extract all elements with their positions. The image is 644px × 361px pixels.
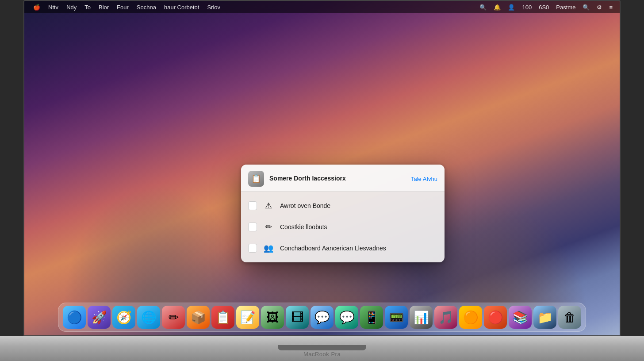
menubar-app-6[interactable]: Sochna (133, 3, 160, 12)
mosaic-icon: 🔴 (488, 310, 503, 325)
clipboard-icon: 📋 (215, 310, 231, 325)
files-icon: 📁 (537, 310, 553, 325)
dock-item-messages2[interactable]: 📟 (385, 306, 408, 329)
orange-icon: 🟠 (463, 310, 479, 325)
dock-item-navi[interactable]: 💬 (310, 306, 334, 329)
settings-icon[interactable]: ⚙ (595, 3, 604, 12)
popup-item-text-1: Awrot oven Bonde (280, 202, 330, 209)
popup-checkbox-3[interactable] (248, 244, 257, 253)
dock: 🔵 🚀 🧭 🌐 ✏ 📦 📋 📝 � (58, 303, 586, 332)
messages-icon: 💬 (339, 310, 355, 325)
popup-item-1[interactable]: ⚠ Awrot oven Bonde (241, 195, 445, 216)
dock-item-photos[interactable]: 🖼 (261, 306, 284, 329)
notification-icon[interactable]: 🔔 (492, 3, 502, 12)
dock-item-safari[interactable]: 🧭 (112, 306, 135, 329)
notes-icon: 📝 (240, 310, 256, 325)
menubar-app-7[interactable]: haur Corbetot (161, 3, 203, 12)
dock-item-music[interactable]: 🎵 (434, 306, 457, 329)
dock-item-keka[interactable]: 📦 (187, 306, 210, 329)
popup-header: 📋 Somere Dorth Iaccessiorx Tale Afvhu (241, 165, 445, 192)
dock-item-mosaic[interactable]: 🔴 (484, 306, 507, 329)
dock-item-present[interactable]: 📊 (410, 306, 433, 329)
menubar-app-5[interactable]: Four (113, 3, 132, 12)
popup-items-list: ⚠ Awrot oven Bonde ✏ Coostkie lloobuts 👥… (241, 192, 445, 262)
dock-item-messages[interactable]: 💬 (335, 306, 358, 329)
popup-action-button[interactable]: Tale Afvhu (411, 176, 437, 182)
spotlight-icon[interactable]: 🔍 (581, 3, 591, 12)
popup-title-group: Somere Dorth Iaccessiorx (269, 175, 346, 183)
screen-area: 🍎 Nttv Ndy To Blor Four Sochna haur Corb… (23, 0, 621, 336)
battery-indicator: 100 (520, 3, 533, 12)
popup-item-3[interactable]: 👥 Conchadboard Aancerican Llesvadnes (241, 238, 445, 259)
popup-app-icon: 📋 (248, 171, 264, 187)
apple-menu[interactable]: 🍎 (30, 3, 44, 12)
dock-item-clipboard[interactable]: 📋 (211, 306, 234, 329)
dock-item-orange[interactable]: 🟠 (459, 306, 482, 329)
photos-icon: 🖼 (266, 310, 279, 325)
safari-icon: 🧭 (116, 310, 132, 325)
gallery-icon: 🎞 (291, 310, 303, 325)
user-icon[interactable]: 👤 (506, 3, 517, 12)
facetime-icon: 📱 (364, 310, 380, 325)
paste-menu[interactable]: Pastme (554, 3, 577, 12)
menubar-app-8[interactable]: Srlov (203, 3, 224, 12)
dock-item-browser[interactable]: 🌐 (137, 306, 160, 329)
macbook-notch (278, 345, 366, 350)
trash-icon: 🗑 (564, 310, 576, 325)
popup-item-text-3: Conchadboard Aancerican Llesvadnes (280, 245, 386, 252)
menubar-app-3[interactable]: To (81, 3, 94, 12)
pencil-icon: ✏ (169, 310, 179, 325)
messages2-icon: 📟 (389, 310, 404, 325)
popup-checkbox-1[interactable] (248, 201, 257, 210)
search-icon[interactable]: 🔍 (478, 3, 488, 12)
warning-icon: ⚠ (262, 200, 275, 212)
popup-item-2[interactable]: ✏ Coostkie lloobuts (241, 216, 445, 238)
hamburger-icon[interactable]: ≡ (607, 3, 614, 12)
navi-icon: 💬 (314, 310, 330, 325)
browser-icon: 🌐 (141, 310, 157, 325)
macbook-base: MacRook Pra (0, 336, 644, 361)
popup-item-text-2: Coostkie lloobuts (280, 223, 327, 230)
music-icon: 🎵 (438, 310, 454, 325)
launchpad-icon: 🚀 (92, 310, 107, 325)
popup-title: Somere Dorth Iaccessiorx (269, 175, 346, 182)
edit-icon: ✏ (262, 221, 275, 233)
menubar-app-4[interactable]: Blor (95, 3, 112, 12)
present-icon: 📊 (414, 310, 429, 325)
finder-icon: 🔵 (67, 310, 82, 325)
dock-item-finder[interactable]: 🔵 (63, 306, 86, 329)
menubar-app-2[interactable]: Ndy (63, 3, 80, 12)
macbook-frame: 🍎 Nttv Ndy To Blor Four Sochna haur Corb… (0, 0, 644, 361)
catalog-icon: 📚 (513, 310, 528, 325)
dock-item-gallery[interactable]: 🎞 (286, 306, 309, 329)
popup-panel: 📋 Somere Dorth Iaccessiorx Tale Afvhu ⚠ … (241, 165, 445, 262)
time-display: 6S0 (537, 3, 551, 12)
dock-item-pencil[interactable]: ✏ (162, 306, 185, 329)
dock-item-rocket[interactable]: 🚀 (88, 306, 111, 329)
dock-item-catalog[interactable]: 📚 (509, 306, 532, 329)
menubar: 🍎 Nttv Ndy To Blor Four Sochna haur Corb… (24, 1, 620, 13)
menubar-left: 🍎 Nttv Ndy To Blor Four Sochna haur Corb… (30, 3, 224, 12)
dock-item-notes[interactable]: 📝 (236, 306, 259, 329)
dock-item-facetime[interactable]: 📱 (360, 306, 383, 329)
dock-item-trash[interactable]: 🗑 (558, 306, 581, 329)
macbook-model-label: MacRook Pra (303, 351, 341, 357)
keka-icon: 📦 (191, 310, 206, 325)
group-icon: 👥 (262, 242, 275, 254)
dock-item-files[interactable]: 📁 (533, 306, 556, 329)
menubar-right: 🔍 🔔 👤 100 6S0 Pastme 🔍 ⚙ ≡ (478, 3, 614, 12)
popup-checkbox-2[interactable] (248, 223, 257, 231)
menubar-app-1[interactable]: Nttv (45, 3, 62, 12)
